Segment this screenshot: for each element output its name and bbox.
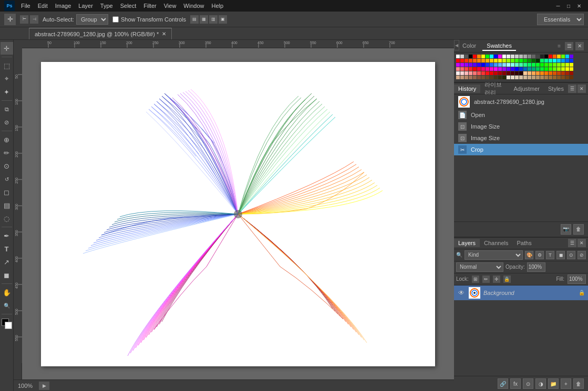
swatch-cell[interactable] — [519, 59, 523, 62]
swatch-cell[interactable] — [532, 55, 535, 58]
menu-image[interactable]: Image — [52, 2, 75, 10]
new-adjustment-button[interactable]: ◑ — [535, 378, 546, 389]
swatch-cell[interactable] — [481, 67, 485, 71]
path-select-tool[interactable]: ↗ — [1, 256, 13, 268]
swatch-cell[interactable] — [507, 55, 510, 58]
swatch-cell[interactable] — [465, 55, 468, 58]
crop-tool[interactable]: ⧉ — [1, 103, 13, 115]
swatch-cell[interactable] — [519, 55, 523, 58]
swatch-cell[interactable] — [494, 59, 498, 62]
maximize-button[interactable]: □ — [564, 1, 573, 10]
swatch-cell[interactable] — [536, 76, 540, 79]
swatch-cell[interactable] — [490, 76, 493, 79]
swatch-cell[interactable] — [523, 59, 527, 62]
swatch-cell[interactable] — [498, 76, 502, 79]
swatch-white[interactable] — [456, 55, 460, 58]
swatch-cell[interactable] — [528, 67, 531, 71]
swatch-cell[interactable] — [511, 59, 514, 62]
history-item-crop[interactable]: ✂ Crop — [454, 144, 588, 155]
styles-tab[interactable]: Styles — [544, 84, 568, 93]
swatch-cell[interactable] — [544, 63, 548, 67]
swatch-cell[interactable] — [498, 71, 502, 75]
swatch-cell[interactable] — [565, 63, 569, 67]
heal-tool[interactable]: ⊕ — [1, 133, 13, 146]
swatch-cell[interactable] — [570, 55, 573, 58]
history-tab[interactable]: History — [454, 84, 480, 93]
swatch-cell[interactable] — [511, 71, 514, 75]
swatch-cell[interactable] — [565, 71, 569, 75]
dodge-tool[interactable]: ◌ — [1, 212, 13, 225]
swatch-cell[interactable] — [549, 76, 552, 79]
menu-view[interactable]: View — [161, 2, 180, 10]
clone-tool[interactable]: ⊙ — [1, 160, 13, 172]
align-middle-icon[interactable]: ▦ — [200, 15, 208, 24]
move-tool-icon[interactable]: ✛ — [4, 14, 16, 25]
swatch-cell[interactable] — [519, 76, 523, 79]
swatch-cell[interactable] — [557, 67, 561, 71]
kind-filter-dropdown[interactable]: Kind — [465, 250, 523, 260]
swatch-cell[interactable] — [477, 71, 481, 75]
background-color[interactable] — [5, 322, 12, 329]
swatch-cell[interactable] — [494, 67, 498, 71]
swatch-cell[interactable] — [465, 63, 468, 67]
paths-tab[interactable]: Paths — [513, 239, 536, 247]
swatch-cell[interactable] — [460, 55, 464, 58]
swatch-cell[interactable] — [486, 55, 489, 58]
opacity-input[interactable] — [527, 262, 545, 272]
swatch-cell[interactable] — [456, 59, 460, 62]
swatch-cell[interactable] — [469, 59, 472, 62]
swatch-cell[interactable] — [549, 67, 552, 71]
swatch-cell[interactable] — [494, 55, 498, 58]
lock-all-icon[interactable]: 🔒 — [503, 276, 511, 283]
swatch-cell[interactable] — [553, 76, 556, 79]
delete-layer-button[interactable]: 🗑 — [573, 378, 584, 389]
swatch-cell[interactable] — [486, 71, 489, 75]
menu-window[interactable]: Window — [180, 2, 207, 10]
swatch-cell[interactable] — [536, 55, 540, 58]
new-group-button[interactable]: 📁 — [548, 378, 559, 389]
swatch-cell[interactable] — [515, 63, 519, 67]
swatch-cell[interactable] — [465, 71, 468, 75]
align-bottom-icon[interactable]: ▥ — [209, 15, 218, 24]
swatch-cell[interactable] — [469, 63, 472, 67]
align-center-icon[interactable]: ⊣ — [30, 15, 38, 24]
swatch-cell[interactable] — [549, 55, 552, 58]
swatch-cell[interactable] — [536, 63, 540, 67]
menu-filter[interactable]: Filter — [140, 2, 159, 10]
swatch-cell[interactable] — [565, 59, 569, 62]
swatch-cell[interactable] — [481, 55, 485, 58]
swatch-cell[interactable] — [528, 71, 531, 75]
swatch-cell[interactable] — [549, 63, 552, 67]
swatch-cell[interactable] — [561, 59, 565, 62]
swatch-cell[interactable] — [561, 63, 565, 67]
swatch-cell[interactable] — [544, 76, 548, 79]
swatch-cell[interactable] — [532, 67, 535, 71]
history-close-button[interactable]: ✕ — [577, 84, 586, 93]
swatch-cell[interactable] — [473, 76, 477, 79]
eraser-tool[interactable]: ◻ — [1, 186, 13, 198]
swatch-cell[interactable] — [519, 71, 523, 75]
close-button[interactable]: ✕ — [574, 1, 584, 10]
swatch-cell[interactable] — [490, 59, 493, 62]
swatch-cell[interactable] — [465, 76, 468, 79]
menu-type[interactable]: Type — [97, 2, 116, 10]
gradient-tool[interactable]: ▤ — [1, 199, 13, 212]
wand-tool[interactable]: ✦ — [1, 86, 13, 98]
swatch-cell[interactable] — [557, 63, 561, 67]
swatch-cell[interactable] — [460, 71, 464, 75]
swatch-cell[interactable] — [511, 76, 514, 79]
swatch-cell[interactable] — [498, 67, 502, 71]
swatch-cell[interactable] — [502, 63, 506, 67]
menu-edit[interactable]: Edit — [35, 2, 51, 10]
panel-collapse-icon[interactable]: ≡ — [558, 43, 561, 49]
swatch-cell[interactable] — [515, 55, 519, 58]
document-tab[interactable]: abstract-2789690_1280.jpg @ 100% (RGB/8#… — [29, 28, 172, 39]
menu-select[interactable]: Select — [117, 2, 140, 10]
swatch-cell[interactable] — [540, 55, 544, 58]
swatch-cell[interactable] — [465, 59, 468, 62]
swatch-cell[interactable] — [490, 55, 493, 58]
swatch-cell[interactable] — [561, 55, 565, 58]
swatch-cell[interactable] — [481, 76, 485, 79]
swatch-cell[interactable] — [519, 67, 523, 71]
swatch-cell[interactable] — [515, 59, 519, 62]
